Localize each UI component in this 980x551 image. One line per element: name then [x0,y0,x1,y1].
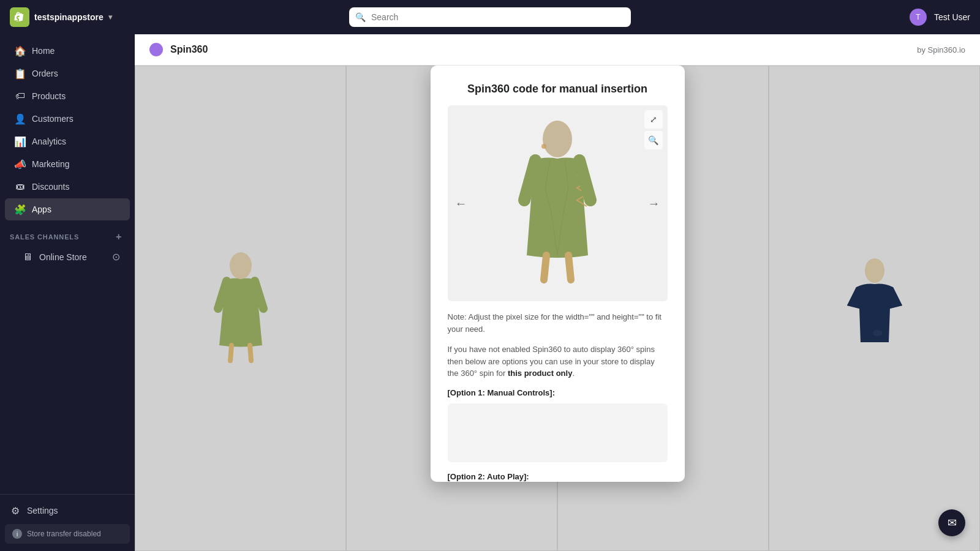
store-switcher[interactable]: testspinappstore ▾ [10,7,112,27]
sidebar-item-analytics[interactable]: 📊 Analytics [5,130,130,152]
shopify-logo [10,7,29,27]
settings-item[interactable]: ⚙ Settings [0,500,135,522]
settings-icon: ⚙ [10,505,21,516]
apps-icon: 🧩 [15,204,26,215]
content-area: Spin360 by Spin360.io [135,34,980,551]
avatar[interactable]: T [910,9,927,26]
viewer-controls: ⤢ 🔍 [644,110,663,149]
sidebar-item-orders[interactable]: 📋 Orders [5,62,130,84]
app-name: Spin360 [170,44,208,55]
modal-dialog: Spin360 code for manual insertion [431,66,685,482]
search-input[interactable] [349,7,631,27]
modal-overlay: Spin360 code for manual insertion [135,66,980,551]
sidebar-label-apps: Apps [32,204,51,214]
customers-icon: 👤 [15,113,26,124]
modal-paragraph: If you have not enabled Spin360 to auto … [448,343,668,380]
sidebar-label-discounts: Discounts [32,182,69,192]
svg-line-14 [568,255,571,280]
sidebar-item-discounts[interactable]: 🎟 Discounts [5,176,130,198]
svg-point-10 [541,144,546,149]
sidebar-nav: 🏠 Home 📋 Orders 🏷 Products 👤 Customers 📊… [0,34,135,494]
home-icon: 🏠 [15,45,26,56]
settings-label: Settings [27,506,58,515]
sidebar-label-analytics: Analytics [32,137,66,146]
sidebar-item-customers[interactable]: 👤 Customers [5,108,130,130]
sidebar: 🏠 Home 📋 Orders 🏷 Products 👤 Customers 📊… [0,34,135,551]
analytics-icon: 📊 [15,136,26,147]
viewer-navigation: ← → [448,197,668,211]
svg-point-9 [543,121,572,157]
sidebar-label-online-store: Online Store [39,252,87,262]
add-sales-channel-button[interactable]: + [113,231,125,243]
sidebar-item-apps[interactable]: 🧩 Apps [5,198,130,220]
search-icon: 🔍 [355,12,366,22]
option2-title: [Option 2: Auto Play]: [448,472,668,481]
top-nav-right: T Test User [910,9,970,26]
sidebar-item-online-store[interactable]: 🖥 Online Store ⊙ [5,246,130,268]
app-logo [149,43,163,56]
option1-code-box[interactable] [448,403,668,462]
fab-button[interactable]: ✉ [938,509,965,536]
viewer-prev-button[interactable]: ← [455,197,467,211]
sidebar-label-marketing: Marketing [32,159,69,169]
sidebar-label-home: Home [32,46,55,56]
product-viewer[interactable]: ⤢ 🔍 ← → [448,105,668,301]
modal-title: Spin360 code for manual insertion [448,83,668,96]
top-navigation: testspinappstore ▾ 🔍 T Test User [0,0,980,34]
viewer-next-button[interactable]: → [648,197,660,211]
by-label: by Spin360.io [917,45,965,54]
store-transfer-label: Store transfer disabled [27,530,101,538]
discounts-icon: 🎟 [15,181,26,192]
sidebar-item-home[interactable]: 🏠 Home [5,40,130,62]
sidebar-label-products: Products [32,91,66,101]
zoom-button[interactable]: 🔍 [644,131,663,149]
sidebar-label-customers: Customers [32,114,74,124]
option1-title: [Option 1: Manual Controls]: [448,388,668,397]
user-name: Test User [934,12,970,22]
sidebar-bottom: ⚙ Settings i Store transfer disabled [0,494,135,551]
online-store-icon: 🖥 [22,252,33,263]
sidebar-item-marketing[interactable]: 📣 Marketing [5,153,130,175]
info-icon: i [12,529,22,539]
online-store-settings-icon[interactable]: ⊙ [112,251,120,263]
marketing-icon: 📣 [15,159,26,170]
store-name: testspinappstore [34,12,104,22]
app-content: Spin360 code for manual insertion [135,66,980,551]
svg-line-13 [544,255,546,280]
modal-note: Note: Adjust the pixel size for the widt… [448,311,668,335]
bold-text: this product only [508,369,572,378]
orders-icon: 📋 [15,68,26,79]
sidebar-item-products[interactable]: 🏷 Products [5,85,130,107]
sales-channels-label: SALES CHANNELS + [0,221,135,246]
store-transfer-notice: i Store transfer disabled [5,524,130,544]
chevron-down-icon: ▾ [108,13,112,21]
products-icon: 🏷 [15,91,26,102]
search-bar[interactable]: 🔍 [349,7,631,27]
sidebar-label-orders: Orders [32,69,58,78]
fullscreen-button[interactable]: ⤢ [644,110,663,129]
app-header: Spin360 by Spin360.io [135,34,980,66]
